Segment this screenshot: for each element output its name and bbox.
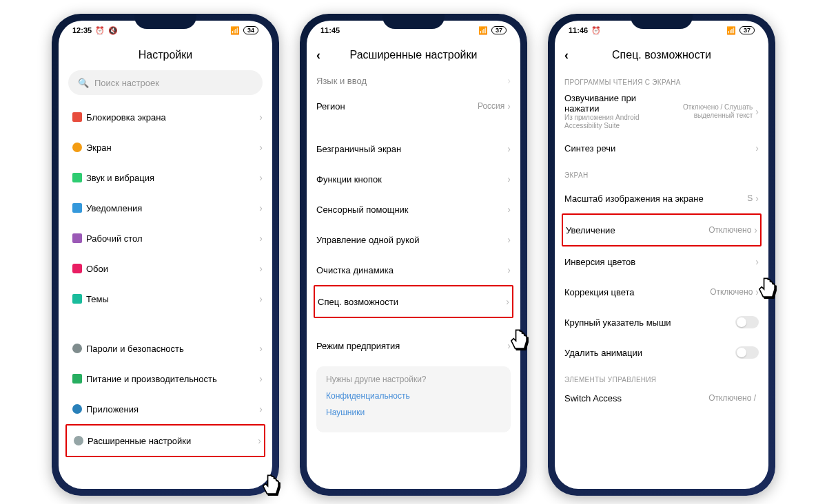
chevron-right-icon: ›	[507, 234, 511, 245]
sun-icon	[72, 143, 82, 152]
chevron-right-icon: ›	[506, 296, 509, 307]
chevron-right-icon: ›	[507, 143, 511, 154]
chevron-right-icon: ›	[259, 172, 263, 183]
chevron-right-icon: ›	[755, 286, 759, 297]
chevron-right-icon: ›	[507, 75, 511, 86]
row-enterprise-mode[interactable]: Режим предприятия ›	[316, 330, 511, 361]
section-screen: ЭКРАН	[564, 163, 759, 183]
row-touch-assistant[interactable]: Сенсорный помощник ›	[316, 194, 511, 224]
row-language-input[interactable]: Язык и ввод ›	[316, 70, 511, 91]
chevron-right-icon: ›	[507, 264, 511, 275]
section-controls: ЭЛЕМЕНТЫ УПРАВЛЕНИЯ	[564, 368, 759, 388]
row-themes[interactable]: Темы ›	[68, 284, 263, 314]
row-switch-access[interactable]: Switch Access Отключено /	[564, 388, 759, 408]
chevron-right-icon: ›	[259, 142, 263, 153]
page-title: Настройки	[59, 40, 272, 70]
back-button[interactable]: ‹	[316, 48, 320, 63]
highlight-magnification: Увеличение Отключено ›	[562, 213, 762, 246]
row-color-inversion[interactable]: Инверсия цветов ›	[564, 246, 759, 277]
status-time: 11:45	[320, 26, 340, 34]
battery-indicator: 37	[739, 26, 755, 34]
status-bar: 11:46 ⏰ 📶 37	[555, 21, 768, 40]
other-settings-card: Нужны другие настройки? Конфиденциальнос…	[316, 366, 511, 432]
highlight-accessibility: Спец. возможности ›	[314, 285, 513, 318]
chevron-right-icon: ›	[259, 233, 263, 244]
alarm-icon: ⏰	[95, 26, 105, 35]
toggle-remove-animations[interactable]	[735, 346, 759, 359]
alarm-icon: ⏰	[591, 26, 601, 35]
chevron-right-icon: ›	[259, 293, 263, 304]
row-wallpaper[interactable]: Обои ›	[68, 253, 263, 284]
section-screen-readers: ПРОГРАММЫ ЧТЕНИЯ С ЭКРАНА	[564, 70, 759, 90]
shield-icon	[72, 344, 82, 353]
chevron-right-icon: ›	[259, 112, 263, 123]
chevron-right-icon: ›	[259, 202, 263, 213]
bell-icon	[72, 203, 82, 213]
row-lock-screen[interactable]: Блокировка экрана ›	[68, 102, 263, 132]
chevron-right-icon: ›	[755, 143, 759, 154]
battery-icon	[72, 374, 82, 384]
battery-indicator: 37	[491, 26, 507, 34]
row-region[interactable]: Регион Россия ›	[316, 91, 511, 121]
row-advanced-settings[interactable]: Расширенные настройки ›	[70, 426, 261, 456]
more-icon	[74, 436, 83, 445]
phone-frame-3: 11:46 ⏰ 📶 37 ‹ Спец. возможности ПРОГРАМ…	[548, 14, 775, 496]
chevron-right-icon: ›	[507, 204, 511, 215]
row-fullscreen[interactable]: Безграничный экран ›	[316, 134, 511, 164]
row-color-correction[interactable]: Коррекция цвета Отключено ›	[564, 277, 759, 307]
chevron-right-icon: ›	[507, 174, 511, 185]
status-time: 12:35	[72, 26, 92, 34]
row-display-scale[interactable]: Масштаб изображения на экране S ›	[564, 183, 759, 213]
flower-icon	[72, 264, 82, 273]
page-title: ‹ Спец. возможности	[555, 40, 768, 70]
signal-icon: 📶	[230, 26, 240, 35]
chevron-right-icon: ›	[507, 101, 511, 112]
page-title: ‹ Расширенные настройки	[307, 40, 520, 70]
chevron-right-icon: ›	[259, 343, 263, 354]
chevron-right-icon: ›	[755, 256, 759, 267]
back-button[interactable]: ‹	[564, 48, 569, 63]
row-remove-animations[interactable]: Удалить анимации	[564, 337, 759, 368]
apps-icon	[72, 404, 82, 414]
chevron-right-icon: ›	[259, 263, 263, 274]
phone-frame-2: 11:45 📶 37 ‹ Расширенные настройки Язык …	[300, 14, 527, 496]
row-home-screen[interactable]: Рабочий стол ›	[68, 223, 263, 253]
row-battery-performance[interactable]: Питание и производительность ›	[68, 364, 263, 394]
link-privacy[interactable]: Конфиденциальность	[326, 391, 501, 401]
row-tts[interactable]: Синтез речи ›	[564, 133, 759, 163]
row-apps[interactable]: Приложения ›	[68, 394, 263, 424]
status-bar: 12:35 ⏰ 🔇 📶 34	[59, 21, 272, 40]
row-sound[interactable]: Звук и вибрация ›	[68, 162, 263, 193]
status-time: 11:46	[569, 26, 588, 34]
highlight-advanced-settings: Расширенные настройки ›	[65, 424, 265, 457]
row-magnification[interactable]: Увеличение Отключено ›	[566, 215, 757, 245]
row-talkback[interactable]: Озвучивание при нажатии Из приложения An…	[564, 90, 759, 133]
chevron-right-icon: ›	[754, 224, 757, 235]
sound-icon	[72, 173, 82, 182]
chevron-right-icon: ›	[259, 373, 263, 384]
row-accessibility[interactable]: Спец. возможности ›	[318, 286, 509, 317]
row-passwords-security[interactable]: Пароли и безопасность ›	[68, 333, 263, 364]
search-icon: 🔍	[78, 78, 89, 88]
link-headphones[interactable]: Наушники	[326, 408, 501, 417]
phone-frame-1: 12:35 ⏰ 🔇 📶 34 Настройки 🔍 Поиск настрое…	[52, 14, 279, 496]
row-display[interactable]: Экран ›	[68, 132, 263, 162]
chevron-right-icon: ›	[258, 435, 261, 446]
chevron-right-icon: ›	[507, 340, 511, 351]
search-input[interactable]: 🔍 Поиск настроек	[68, 70, 263, 95]
dnd-icon: 🔇	[108, 26, 118, 35]
signal-icon: 📶	[726, 26, 736, 35]
row-button-functions[interactable]: Функции кнопок ›	[316, 164, 511, 194]
row-notifications[interactable]: Уведомления ›	[68, 193, 263, 223]
chevron-right-icon: ›	[259, 403, 263, 414]
row-large-pointer[interactable]: Крупный указатель мыши	[564, 307, 759, 337]
card-question: Нужны другие настройки?	[326, 375, 501, 384]
theme-icon	[72, 294, 82, 304]
home-icon	[72, 233, 82, 243]
row-speaker-clean[interactable]: Очистка динамика ›	[316, 255, 511, 285]
lock-icon	[72, 112, 82, 122]
row-one-handed[interactable]: Управление одной рукой ›	[316, 224, 511, 255]
toggle-large-pointer[interactable]	[735, 316, 759, 328]
chevron-right-icon: ›	[755, 193, 759, 204]
battery-indicator: 34	[243, 26, 258, 34]
